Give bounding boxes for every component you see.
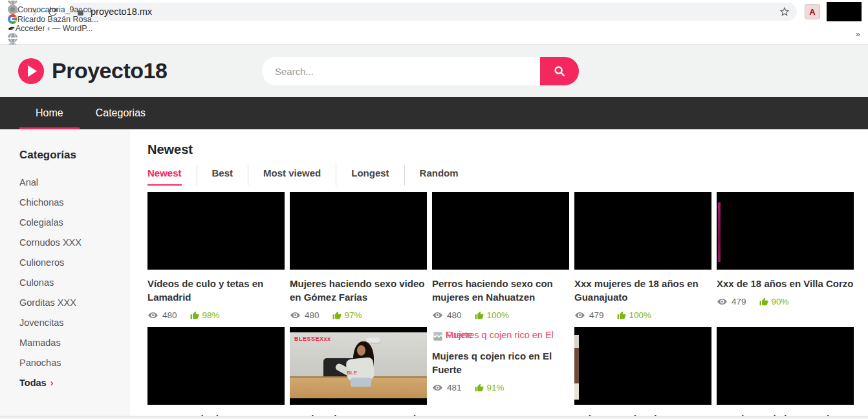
- video-title: Vídeos de culo y tetas en Lamadrid: [147, 277, 285, 304]
- eye-views-icon: [147, 310, 158, 321]
- thumbs-up-icon: [617, 311, 626, 320]
- sort-tab-random[interactable]: Random: [405, 165, 473, 186]
- video-thumbnail[interactable]: [717, 327, 854, 405]
- video-title: Xxx de 18 años en Villa Corzo: [717, 277, 854, 290]
- video-card[interactable]: BLESSEXxxBLE Morritas de 18 xxx en Heroi…: [290, 327, 427, 419]
- video-card[interactable]: Vídeos de culo y tetas en Lamadrid 480 9…: [147, 192, 285, 321]
- sidebar-title: Categorías: [19, 149, 129, 162]
- sort-tab-label: Newest: [147, 165, 182, 186]
- video-card[interactable]: Me gusta mi primo en Aguililla: [147, 327, 285, 419]
- sidebar-item-chichonas[interactable]: Chichonas: [19, 192, 129, 212]
- sort-tab-longest[interactable]: Longest: [336, 165, 404, 186]
- active-tab-underline: [19, 127, 80, 129]
- sidebar-item-panochas[interactable]: Panochas: [19, 352, 129, 372]
- nav-item-categorias[interactable]: Categorias: [80, 97, 162, 129]
- sidebar-item-anal[interactable]: Anal: [19, 172, 129, 192]
- bookmark-label: Acceder ‹ — WordP...: [16, 24, 93, 33]
- video-card[interactable]: Mujeres haciendo sexo video en Gómez Far…: [290, 192, 427, 321]
- site-name: Proyecto18: [52, 58, 167, 83]
- sort-tab-label: Best: [212, 165, 233, 186]
- globe-icon: [8, 33, 17, 43]
- sidebar: Categorías Anal Chichonas Colegialas Cor…: [0, 129, 129, 419]
- address-bar[interactable]: proyecto18.mx: [67, 3, 797, 21]
- video-thumbnail[interactable]: [147, 192, 285, 270]
- video-title: Xxx mujeres de 18 años en Guanajuato: [574, 277, 711, 304]
- nav-item-home[interactable]: Home: [19, 97, 80, 129]
- main-area: Newest Newest Best Most viewed Longest R…: [129, 129, 868, 419]
- chevron-right-icon: ›: [50, 378, 54, 388]
- video-card[interactable]: Xxx mujeres de 18 años en Guanajuato 479…: [574, 192, 711, 321]
- thumbs-up-icon: [475, 383, 484, 392]
- watermark-text-2: BLE: [347, 370, 357, 376]
- sort-tab-most-viewed[interactable]: Most viewed: [248, 165, 336, 186]
- video-card[interactable]: Prostitutas de la merced en Los: [717, 327, 854, 419]
- video-stats: 480 98%: [147, 310, 285, 321]
- sidebar-item-jovencitas[interactable]: Jovencitas: [19, 312, 129, 332]
- bookmark-item[interactable]: [8, 0, 100, 5]
- sort-tabs: Newest Best Most viewed Longest Random: [147, 165, 868, 186]
- video-thumbnail[interactable]: [147, 327, 285, 405]
- video-thumbnail[interactable]: [432, 192, 569, 270]
- sidebar-item-culioneros[interactable]: Culioneros: [19, 252, 129, 272]
- video-stats: 479 90%: [717, 296, 854, 307]
- browser-toolbar: proyecto18.mx A: [0, 0, 868, 23]
- views-count: 479: [589, 310, 604, 320]
- sidebar-item-culonas[interactable]: Culonas: [19, 272, 129, 292]
- video-card[interactable]: Mujeres q cojen rico en ElFuerte Mujeres…: [432, 327, 569, 419]
- adobe-acrobat-extension-icon[interactable]: A: [805, 4, 820, 19]
- sort-tab-newest[interactable]: Newest: [147, 165, 197, 186]
- site-logo[interactable]: Proyecto18: [18, 58, 167, 84]
- video-card[interactable]: Mujeres q cojen rico en San: [574, 327, 711, 419]
- rating-percent: 91%: [487, 383, 505, 392]
- video-title: Perros haciendo sexo con mujeres en Nahu…: [432, 277, 569, 304]
- video-stats: 480 100%: [432, 310, 569, 321]
- sort-tab-label: Most viewed: [263, 165, 321, 186]
- watermark-text: BLESSEXxx: [294, 336, 331, 342]
- search-button[interactable]: [540, 57, 579, 85]
- sidebar-item-gorditas-xxx[interactable]: Gorditas XXX: [19, 292, 129, 312]
- bookmark-item[interactable]: Ricardo Bazán Rosa...: [8, 14, 100, 24]
- video-thumbnail[interactable]: BLESSEXxxBLE: [290, 327, 427, 405]
- content: Categorías Anal Chichonas Colegialas Cor…: [0, 129, 868, 419]
- bookmark-label: Ricardo Bazán Rosa...: [17, 15, 98, 24]
- sidebar-item-todas[interactable]: Todas›: [19, 372, 129, 392]
- sidebar-item-cornudos-xxx[interactable]: Cornudos XXX: [19, 232, 129, 252]
- bookmarks-overflow-icon[interactable]: »: [856, 29, 860, 39]
- generic-favicon: [8, 5, 17, 14]
- sort-tab-best[interactable]: Best: [197, 165, 249, 186]
- video-stats: 480 97%: [290, 310, 427, 321]
- eye-views-icon: [432, 382, 443, 393]
- rating-percent: 98%: [202, 310, 220, 320]
- video-stats: 481 91%: [432, 382, 569, 393]
- profile-avatar[interactable]: [827, 2, 862, 21]
- thumbs-up-icon: [759, 297, 768, 306]
- bookmark-star-icon[interactable]: [779, 6, 790, 17]
- bookmarks-bar: Aplicaciones Convocatoria_9a_co... Ricar…: [0, 23, 868, 45]
- globe-icon: [8, 0, 17, 5]
- bookmark-item[interactable]: [8, 33, 100, 43]
- views-count: 480: [305, 310, 320, 320]
- eye-views-icon: [717, 296, 728, 307]
- rating-percent: 100%: [629, 310, 652, 320]
- search-icon: [552, 64, 567, 78]
- video-thumbnail[interactable]: [574, 327, 711, 405]
- bookmark-item[interactable]: ✒Acceder ‹ — WordP...: [8, 24, 100, 33]
- search-bar: [262, 57, 579, 85]
- video-thumbnail[interactable]: [717, 192, 854, 270]
- broken-image-alt-text[interactable]: Mujeres q cojen rico en ElFuerte: [432, 328, 569, 344]
- search-input[interactable]: [262, 57, 540, 85]
- video-thumbnail[interactable]: [290, 192, 427, 270]
- views-count: 480: [447, 310, 462, 320]
- sidebar-item-colegialas[interactable]: Colegialas: [19, 212, 129, 232]
- video-grid: Vídeos de culo y tetas en Lamadrid 480 9…: [147, 192, 864, 419]
- thumbs-up-icon: [332, 311, 342, 320]
- site-header: Proyecto18: [0, 45, 868, 97]
- bookmark-item[interactable]: Convocatoria_9a_co...: [8, 5, 100, 14]
- eye-views-icon: [432, 310, 443, 321]
- video-card[interactable]: Xxx de 18 años en Villa Corzo 479 90%: [717, 192, 854, 321]
- video-card[interactable]: Perros haciendo sexo con mujeres en Nahu…: [432, 192, 569, 321]
- page-title: Newest: [147, 142, 868, 157]
- sidebar-item-mamadas[interactable]: Mamadas: [19, 332, 129, 352]
- thumbs-up-icon: [190, 311, 199, 320]
- video-thumbnail[interactable]: [574, 192, 711, 270]
